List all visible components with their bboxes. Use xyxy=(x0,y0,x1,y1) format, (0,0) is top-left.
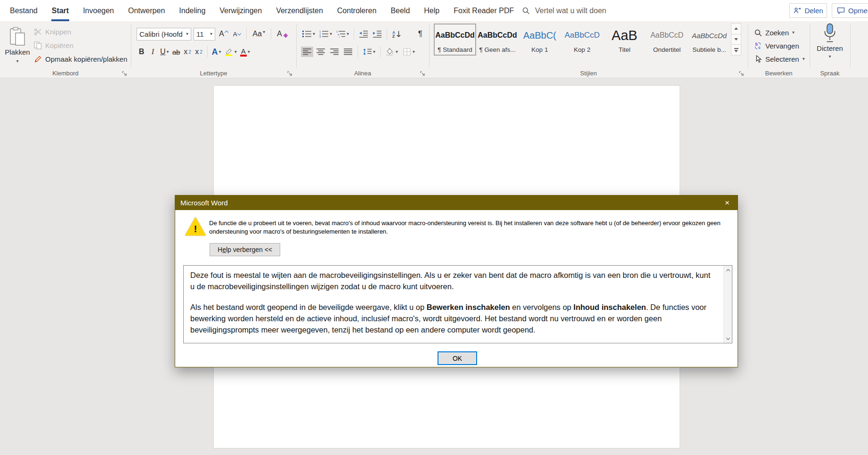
tell-me-search[interactable]: Vertel wat u wilt doen xyxy=(522,0,606,21)
multilevel-caret[interactable]: ▾ xyxy=(347,32,349,36)
subscript-button[interactable]: x2 xyxy=(183,47,193,57)
menu-tab[interactable]: Bestand xyxy=(3,0,45,21)
clear-formatting-button[interactable]: A xyxy=(276,29,289,39)
align-right-button[interactable] xyxy=(328,47,341,57)
paste-button[interactable]: Plakken ▾ xyxy=(4,24,31,71)
sort-button[interactable]: AZ xyxy=(390,29,403,39)
text-effects-glyph: A xyxy=(212,47,218,57)
shrink-font-button[interactable]: A xyxy=(232,30,243,39)
increase-indent-button[interactable] xyxy=(371,29,383,39)
font-color-button[interactable]: A▾ xyxy=(239,47,251,57)
style-sample: AaBbCcD xyxy=(650,24,683,46)
styles-scroll-down-button[interactable] xyxy=(731,34,741,45)
macro-warning-dialog: Microsoft Word × ! De functie die u prob… xyxy=(175,195,738,367)
svg-text:b: b xyxy=(755,42,758,47)
style-item[interactable]: AaBbCcDd Subtiele b... xyxy=(688,24,730,56)
underline-button[interactable]: U▾ xyxy=(159,47,170,57)
text-effects-button[interactable]: A▾ xyxy=(211,46,222,58)
replace-button[interactable]: bc Vervangen xyxy=(754,40,799,51)
menu-tab[interactable]: Verzendlijsten xyxy=(269,0,330,21)
share-button[interactable]: Delen xyxy=(789,3,827,18)
style-item[interactable]: AaBbCcDd ¶ Geen afs... xyxy=(476,24,519,56)
align-left-button[interactable] xyxy=(301,47,313,57)
justify-button[interactable] xyxy=(342,47,354,57)
help-scrollbar[interactable] xyxy=(723,266,732,343)
menu-tab-label: Help xyxy=(424,7,439,15)
font-family-caret[interactable]: ▾ xyxy=(186,32,188,36)
font-color-caret[interactable]: ▾ xyxy=(248,49,250,54)
menu-tab[interactable]: Invoegen xyxy=(76,0,121,21)
replace-icon: bc xyxy=(754,42,762,50)
dictate-button[interactable]: Dicteren ▾ xyxy=(810,23,850,59)
select-button[interactable]: Selecteren ▾ xyxy=(754,53,805,65)
cut-button[interactable]: Knippen xyxy=(34,25,71,39)
shrink-font-caret-icon xyxy=(237,31,241,35)
comments-button[interactable]: Opmerkingen xyxy=(832,3,868,18)
highlight-caret[interactable]: ▾ xyxy=(235,49,237,54)
style-item[interactable]: AaBbCcD Ondertitel xyxy=(646,24,688,56)
italic-button[interactable]: I xyxy=(148,47,158,57)
style-item[interactable]: AaB Titel xyxy=(603,24,646,56)
dialog-title-bar[interactable]: Microsoft Word xyxy=(175,195,738,210)
paste-dropdown-caret[interactable]: ▾ xyxy=(16,59,18,64)
menu-tab[interactable]: Ontwerpen xyxy=(121,0,172,21)
styles-more-button[interactable] xyxy=(731,44,741,56)
font-family-combobox[interactable]: Calibri (Hoofd ▾ xyxy=(137,28,191,41)
grow-font-button[interactable]: A xyxy=(218,29,229,39)
bold-button[interactable]: B xyxy=(137,47,146,57)
help-text-segment: Als het bestand wordt geopend in de beve… xyxy=(190,303,427,311)
styles-scroll-up-button[interactable] xyxy=(731,23,741,34)
superscript-button[interactable]: x2 xyxy=(194,47,204,57)
select-caret[interactable]: ▾ xyxy=(803,57,805,61)
shading-caret[interactable]: ▾ xyxy=(396,49,398,54)
find-caret[interactable]: ▾ xyxy=(792,30,795,35)
font-size-combobox[interactable]: 11 ▾ xyxy=(194,28,215,41)
decrease-indent-button[interactable] xyxy=(357,29,370,39)
highlight-color-button[interactable]: ▾ xyxy=(224,47,238,57)
triangle-up-icon xyxy=(734,27,738,30)
change-case-button[interactable]: Aa▾ xyxy=(251,29,267,39)
menu-tab[interactable]: Controleren xyxy=(330,0,384,21)
ok-button[interactable]: OK xyxy=(438,351,477,365)
underline-caret[interactable]: ▾ xyxy=(167,49,169,54)
dictate-caret[interactable]: ▾ xyxy=(828,54,831,59)
style-item[interactable]: AaBbC( Kop 1 xyxy=(519,24,561,56)
bullets-caret[interactable]: ▾ xyxy=(313,32,315,36)
numbering-caret[interactable]: ▾ xyxy=(330,32,332,36)
scroll-up-button[interactable] xyxy=(724,266,732,274)
dialog-close-button[interactable]: × xyxy=(717,195,738,210)
numbering-button[interactable]: 123 ▾ xyxy=(318,29,333,39)
borders-caret[interactable]: ▾ xyxy=(413,49,415,54)
menu-tab[interactable]: Foxit Reader PDF xyxy=(446,0,521,21)
menu-tab[interactable]: Verwijzingen xyxy=(212,0,269,21)
separator xyxy=(357,46,358,57)
menu-tab-label: Bestand xyxy=(10,7,38,15)
line-spacing-button[interactable]: ▾ xyxy=(361,47,377,57)
font-size-caret[interactable]: ▾ xyxy=(210,32,212,36)
multilevel-list-button[interactable]: 1ai ▾ xyxy=(335,29,350,39)
format-painter-button[interactable]: Opmaak kopiëren/plakken xyxy=(34,52,127,66)
strikethrough-button[interactable]: ab xyxy=(171,47,181,57)
menu-right-actions: Delen Opmerkingen xyxy=(789,3,868,18)
share-label: Delen xyxy=(804,7,823,15)
hide-help-button[interactable]: Help verbergen << xyxy=(210,243,280,256)
select-label: Selecteren xyxy=(765,55,799,63)
align-center-button[interactable] xyxy=(315,47,327,57)
scroll-down-button[interactable] xyxy=(724,334,732,342)
menu-tab[interactable]: Start xyxy=(45,0,76,21)
style-item[interactable]: AaBbCcD Kop 2 xyxy=(561,24,603,56)
bullets-button[interactable]: ▾ xyxy=(301,29,316,39)
text-effects-caret[interactable]: ▾ xyxy=(219,49,221,54)
style-sample: AaBbCcDd xyxy=(435,24,475,46)
menu-tab[interactable]: Beeld xyxy=(383,0,417,21)
shading-button[interactable]: ▾ xyxy=(384,47,399,57)
borders-button[interactable]: ▾ xyxy=(401,47,416,57)
style-item[interactable]: AaBbCcDd ¶ Standaard xyxy=(434,24,476,56)
find-button[interactable]: Zoeken ▾ xyxy=(754,27,795,38)
show-formatting-marks-button[interactable]: ¶ xyxy=(418,29,424,39)
copy-button[interactable]: Kopiëren xyxy=(34,39,73,52)
menu-tab[interactable]: Indeling xyxy=(172,0,212,21)
help-paragraph-2: Als het bestand wordt geopend in de beve… xyxy=(190,301,717,335)
menu-tab[interactable]: Help xyxy=(417,0,446,21)
line-spacing-caret[interactable]: ▾ xyxy=(373,49,375,54)
